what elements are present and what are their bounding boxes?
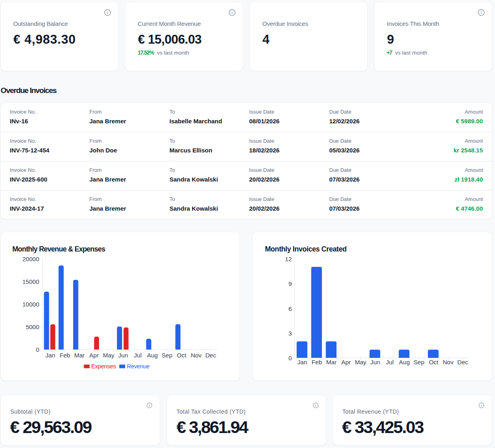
svg-text:5000: 5000 xyxy=(26,323,39,330)
svg-text:Aug: Aug xyxy=(147,352,158,359)
svg-text:Aug: Aug xyxy=(399,359,410,366)
svg-text:Apr: Apr xyxy=(89,352,99,359)
svg-text:May: May xyxy=(103,352,114,359)
svg-text:Expenses: Expenses xyxy=(91,363,116,370)
svg-text:Oct: Oct xyxy=(177,352,186,359)
svg-text:9: 9 xyxy=(288,280,292,287)
svg-text:0: 0 xyxy=(36,346,39,353)
svg-text:Oct: Oct xyxy=(429,359,438,366)
svg-text:Feb: Feb xyxy=(59,352,70,359)
svg-text:0: 0 xyxy=(288,355,292,361)
svg-text:Jun: Jun xyxy=(370,359,380,366)
svg-text:Jun: Jun xyxy=(118,352,128,359)
svg-text:Jan: Jan xyxy=(297,359,307,366)
svg-text:Revenue: Revenue xyxy=(127,363,150,370)
svg-text:20000: 20000 xyxy=(22,256,39,262)
svg-text:Dec: Dec xyxy=(205,352,216,359)
svg-text:Nov: Nov xyxy=(191,352,202,359)
svg-text:Feb: Feb xyxy=(312,359,322,366)
svg-text:Jan: Jan xyxy=(45,352,55,359)
svg-text:Sep: Sep xyxy=(414,359,425,366)
svg-text:Sep: Sep xyxy=(162,352,173,359)
svg-text:Jul: Jul xyxy=(134,352,142,359)
svg-text:Jul: Jul xyxy=(386,359,393,366)
svg-text:10000: 10000 xyxy=(22,301,39,308)
svg-text:15000: 15000 xyxy=(22,278,39,285)
svg-text:6: 6 xyxy=(288,305,292,312)
svg-text:Dec: Dec xyxy=(457,359,468,366)
svg-text:Mar: Mar xyxy=(74,352,85,359)
svg-text:12: 12 xyxy=(285,256,292,262)
svg-text:May: May xyxy=(355,359,367,366)
svg-text:Mar: Mar xyxy=(326,359,337,366)
svg-text:3: 3 xyxy=(288,330,292,337)
svg-text:Nov: Nov xyxy=(443,359,454,366)
svg-text:Apr: Apr xyxy=(341,359,351,366)
